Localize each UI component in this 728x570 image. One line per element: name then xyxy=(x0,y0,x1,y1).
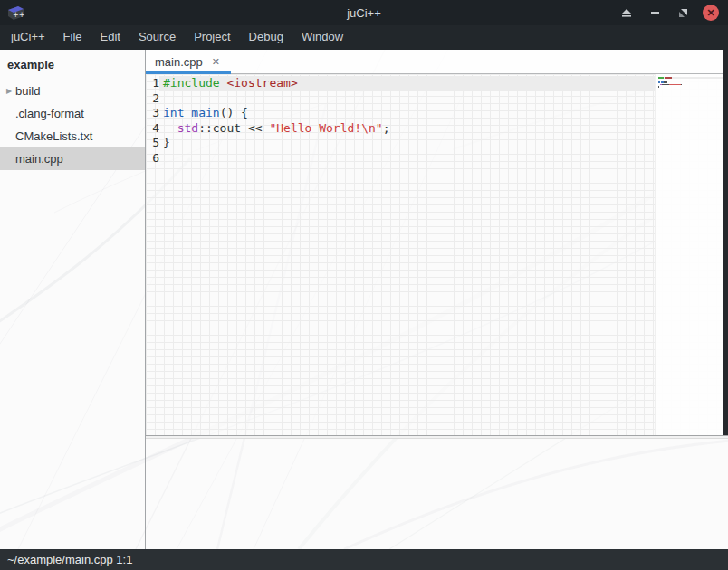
line-number: 3 xyxy=(146,106,159,121)
line-number: 2 xyxy=(146,91,159,107)
menu-item-debug[interactable]: Debug xyxy=(240,25,292,50)
code-text: } xyxy=(159,136,655,151)
vertical-scrollbar[interactable] xyxy=(723,50,728,435)
tab-main-cpp[interactable]: main.cpp ✕ xyxy=(146,50,231,73)
menubar: juCi++FileEditSourceProjectDebugWindow xyxy=(0,25,728,50)
line-number: 1 xyxy=(146,76,159,91)
window-controls: ✕ xyxy=(618,5,719,21)
line-number: 5 xyxy=(146,136,159,151)
code-line-3: 3int main() { xyxy=(146,106,728,121)
tab-label: main.cpp xyxy=(155,55,203,69)
project-root-label: example xyxy=(0,52,145,80)
terminal-pane[interactable] xyxy=(146,439,728,549)
tree-item--clang-format[interactable]: .clang-format xyxy=(0,102,145,125)
status-file-position: ~/example/main.cpp 1:1 xyxy=(7,553,132,566)
tree-item-label: main.cpp xyxy=(15,152,63,166)
tree-item-label: .clang-format xyxy=(15,107,84,120)
code-line-6: 6 xyxy=(146,151,728,166)
statusbar: ~/example/main.cpp 1:1 xyxy=(0,549,728,570)
minimize-button[interactable] xyxy=(647,5,663,21)
app-logo-icon: ++ xyxy=(5,4,27,22)
code-editor[interactable]: 1#include <iostream>23int main() {4 std:… xyxy=(146,74,728,435)
app-window: ++ juCi++ ✕ juCi++FileEditSourceProjectD… xyxy=(0,0,728,570)
titlebar[interactable]: ++ juCi++ ✕ xyxy=(0,0,728,25)
sidebar: example ▶build.clang-formatCMakeLists.tx… xyxy=(0,50,146,549)
restore-button[interactable] xyxy=(675,5,691,21)
code-text: int main() { xyxy=(159,106,655,121)
svg-text:++: ++ xyxy=(13,11,24,19)
line-number: 4 xyxy=(146,121,159,137)
tabbar: main.cpp ✕ xyxy=(146,50,728,74)
menu-item-juci[interactable]: juCi++ xyxy=(2,25,54,50)
menu-item-file[interactable]: File xyxy=(54,25,91,50)
code-text xyxy=(159,91,655,107)
editor-column: main.cpp ✕ 1#include <iostream>23int mai… xyxy=(146,50,728,549)
close-button[interactable]: ✕ xyxy=(703,5,719,21)
code-line-2: 2 xyxy=(146,91,728,107)
code-line-1: 1#include <iostream> xyxy=(146,76,728,91)
expander-icon[interactable]: ▶ xyxy=(0,87,15,95)
code-text: std::cout << "Hello World!\n"; xyxy=(159,121,655,137)
tree-item-label: build xyxy=(15,84,40,98)
tree-item-main-cpp[interactable]: main.cpp xyxy=(0,147,145,170)
tree-item-build[interactable]: ▶build xyxy=(0,80,145,102)
menu-item-source[interactable]: Source xyxy=(129,25,185,50)
menu-item-window[interactable]: Window xyxy=(292,25,352,50)
code-lines: 1#include <iostream>23int main() {4 std:… xyxy=(146,74,728,166)
tree-item-cmakelists-txt[interactable]: CMakeLists.txt xyxy=(0,125,145,147)
editor-pane: main.cpp ✕ 1#include <iostream>23int mai… xyxy=(146,50,728,435)
minimap-line xyxy=(658,88,723,90)
content-area: example ▶build.clang-formatCMakeLists.tx… xyxy=(0,50,728,549)
tab-close-icon[interactable]: ✕ xyxy=(212,57,220,67)
minimap[interactable] xyxy=(655,74,723,435)
code-text xyxy=(159,151,655,166)
file-tree: ▶build.clang-formatCMakeLists.txtmain.cp… xyxy=(0,80,145,170)
menu-item-project[interactable]: Project xyxy=(185,25,239,50)
code-line-5: 5} xyxy=(146,136,728,151)
menu-item-edit[interactable]: Edit xyxy=(91,25,129,50)
shade-button[interactable] xyxy=(618,5,635,21)
code-text: #include <iostream> xyxy=(159,76,655,91)
code-line-4: 4 std::cout << "Hello World!\n"; xyxy=(146,121,728,137)
line-number: 6 xyxy=(146,151,159,166)
tree-item-label: CMakeLists.txt xyxy=(15,129,92,143)
